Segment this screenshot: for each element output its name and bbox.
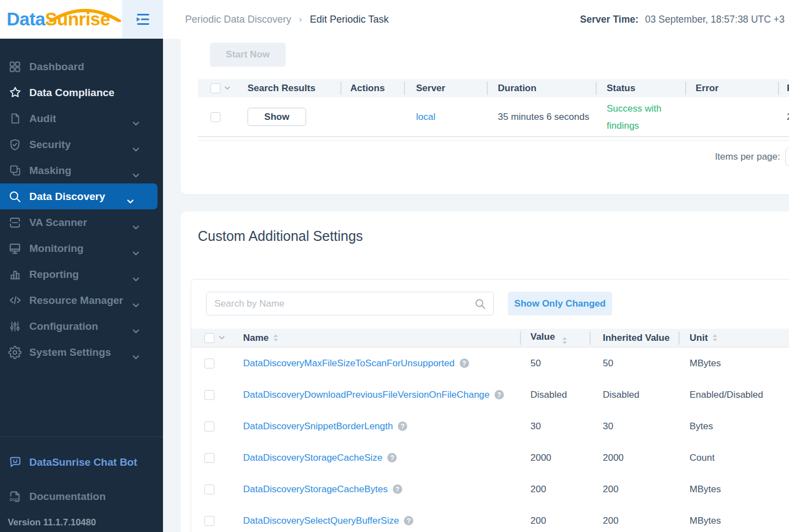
sidebar-item-dashboard[interactable]: Dashboard [0,54,163,80]
table-scrollbar-track[interactable] [198,140,789,141]
sidebar-divider [0,436,163,437]
search-input[interactable] [207,292,474,315]
select-all-checkbox[interactable] [211,83,220,93]
sliders-icon [8,319,22,334]
table-row: DataDiscoveryStorageCacheSize ? 2000 200… [191,442,789,473]
sidebar-collapse-button[interactable] [122,0,163,39]
sidebar-item-resource-manager[interactable]: Resource Manager [0,287,163,313]
search-icon[interactable] [474,298,486,310]
chevron-down-icon [127,194,134,207]
column-header-unit[interactable]: Unit [678,333,789,344]
server-time-label: Server Time: [580,14,639,25]
setting-name-link[interactable]: DataDiscoveryStorageCacheSize [243,452,382,463]
show-only-changed-button[interactable]: Show Only Changed [508,292,612,315]
column-header-name[interactable]: Name [243,333,520,344]
inherited-value-cell: 200 [590,515,678,526]
sidebar-item-configuration[interactable]: Configuration [0,313,163,339]
row-checkbox[interactable] [204,516,214,526]
column-header-error[interactable]: Error [685,83,778,94]
help-icon[interactable]: ? [398,422,407,431]
select-menu-chevron-icon[interactable] [224,86,230,90]
row-checkbox[interactable] [204,484,214,494]
table-row: DataDiscoveryMaxFileSizeToScanForUnsuppo… [191,347,789,379]
setting-name-link[interactable]: DataDiscoverySnippetBorderLength [243,421,393,432]
breadcrumb-separator: › [299,14,302,25]
gear-icon [8,345,22,360]
row-checkbox[interactable] [204,422,214,431]
duration-cell: 35 minutes 6 seconds [487,112,596,123]
sidebar-item-documentation[interactable]: DOC Documentation [0,483,163,509]
sort-icon[interactable] [713,334,717,341]
magnifier-icon [8,189,22,204]
start-now-button[interactable]: Start Now [210,43,286,67]
sidebar-item-chat-bot[interactable]: DataSunrise Chat Bot [0,449,163,475]
file-icon [8,112,22,126]
sort-icon[interactable] [562,337,567,344]
logo-text-data: Data [7,9,45,29]
help-icon[interactable]: ? [460,359,469,368]
sidebar-item-data-compliance[interactable]: Data Compliance [0,80,163,106]
show-button[interactable]: Show [248,108,306,126]
setting-name-link[interactable]: DataDiscoveryMaxFileSizeToScanForUnsuppo… [243,358,455,369]
sidebar-item-masking[interactable]: Masking [0,157,163,183]
sidebar-item-data-discovery[interactable]: Data Discovery [0,183,157,209]
row-checkbox[interactable] [204,453,214,463]
items-per-page-select[interactable] [785,147,789,167]
row-checkbox[interactable] [204,359,214,368]
copy-squares-icon [8,164,22,178]
sidebar-item-system-settings[interactable]: System Settings [0,339,163,365]
help-icon[interactable]: ? [404,516,413,525]
sidebar-item-monitoring[interactable]: Monitoring [0,235,163,261]
bar-chart-icon [8,267,22,282]
sidebar-item-audit[interactable]: Audit [0,106,163,131]
column-header-clipped[interactable]: F [778,83,789,94]
column-header-duration[interactable]: Duration [487,83,596,94]
select-menu-chevron-icon[interactable] [219,336,225,340]
select-all-checkbox[interactable] [204,333,214,343]
value-cell: 30 [520,421,590,432]
datasunrise-logo[interactable]: DataSunrise [7,0,122,39]
sidebar-item-label: System Settings [29,346,111,359]
column-header-search-results[interactable]: Search Results [246,83,340,94]
column-header-status[interactable]: Status [596,83,685,94]
unit-cell: Enabled/Disabled [678,389,789,401]
column-header-server[interactable]: Server [404,83,487,94]
chat-bot-label: DataSunrise Chat Bot [29,456,137,468]
breadcrumb: Periodic Data Discovery › Edit Periodic … [185,0,388,39]
sidebar-item-label: Configuration [29,320,98,333]
logo-text-sunrise: Sunrise [45,9,111,29]
sidebar-item-label: Reporting [29,268,79,281]
value-cell: 200 [520,515,590,526]
sidebar-item-label: Dashboard [29,61,84,73]
help-icon[interactable]: ? [393,484,402,494]
sidebar-item-reporting[interactable]: Reporting [0,261,163,287]
status-cell: Success with findings [596,100,685,134]
breadcrumb-parent[interactable]: Periodic Data Discovery [185,14,291,25]
setting-name-link[interactable]: DataDiscoveryStorageCacheBytes [243,484,388,495]
sidebar-item-va-scanner[interactable]: VA Scanner [0,209,163,235]
app-window: DataSunrise Periodic Data Discovery › Ed… [0,0,789,532]
header-select-all-cell [191,333,243,343]
table-row: DataDiscoveryDownloadPreviousFileVersion… [191,379,789,410]
code-icon [8,293,22,308]
sidebar-item-label: Monitoring [29,243,83,255]
server-link[interactable]: local [416,112,435,122]
setting-name-link[interactable]: DataDiscoveryDownloadPreviousFileVersion… [243,389,490,401]
inherited-value-cell: 200 [590,484,678,495]
chevron-down-icon [133,298,139,310]
inherited-value-cell: 30 [590,421,678,432]
help-icon[interactable]: ? [387,453,397,462]
sidebar-item-security[interactable]: Security [0,131,163,157]
sort-icon[interactable] [273,334,278,341]
column-header-value[interactable]: Value [520,331,590,344]
setting-name-link[interactable]: DataDiscoverySelectQueryBufferSize [243,515,399,526]
help-icon[interactable]: ? [495,390,504,399]
row-checkbox[interactable] [211,112,220,122]
column-header-actions[interactable]: Actions [340,83,404,94]
column-header-inherited-value[interactable]: Inherited Value [590,333,678,344]
sidebar-item-label: Masking [29,165,71,177]
svg-text:DOC: DOC [10,497,19,502]
unit-cell: MBytes [678,484,789,495]
row-checkbox[interactable] [204,390,214,400]
top-header: DataSunrise Periodic Data Discovery › Ed… [0,0,789,39]
